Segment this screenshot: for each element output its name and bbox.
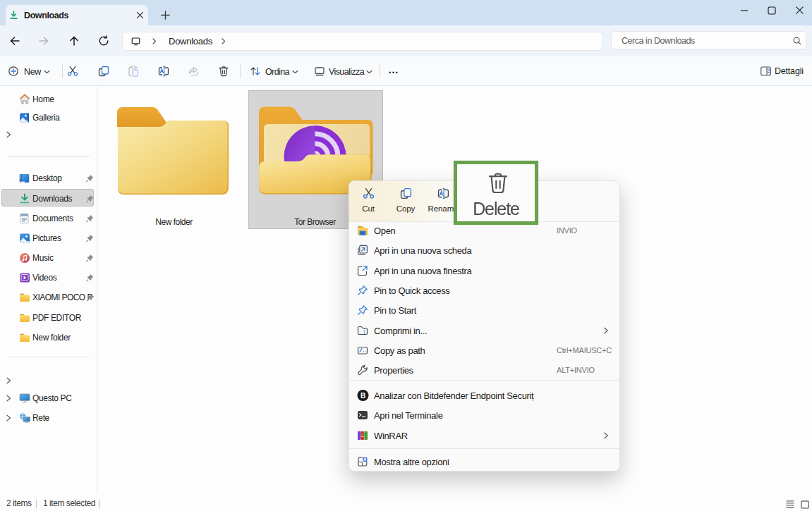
svg-text:B: B: [360, 392, 365, 400]
svg-text:W: W: [361, 433, 365, 437]
